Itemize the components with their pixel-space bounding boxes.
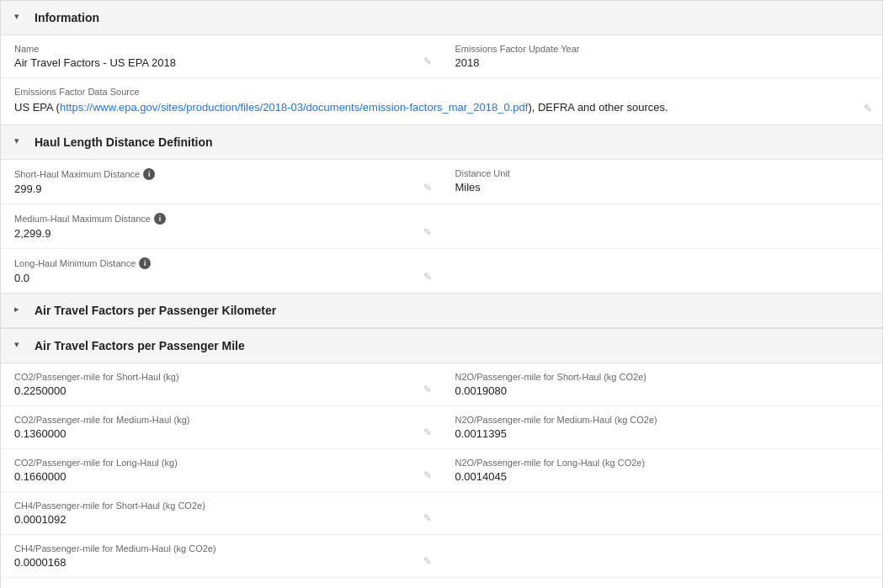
field-value: 0.0: [14, 272, 428, 284]
field-value: 0.2250000: [14, 384, 428, 397]
field-cell-left: NameAir Travel Factors - US EPA 2018✎: [1, 35, 442, 77]
field-value: 2,299.9: [14, 227, 428, 240]
field-label: Short-Haul Maximum Distancei: [14, 168, 428, 180]
field-cell-left: CO2/Passenger-mile for Medium-Haul (kg)0…: [1, 406, 442, 448]
edit-icon[interactable]: ✎: [864, 103, 872, 114]
field-cell-left: CO2/Passenger-mile for Long-Haul (kg)0.1…: [1, 449, 442, 491]
field-cell-left: CH4/Passenger-mile for Short-Haul (kg CO…: [1, 492, 442, 534]
edit-icon[interactable]: ✎: [423, 182, 432, 193]
emissions-source-value: US EPA (https://www.epa.gov/sites/produc…: [14, 99, 869, 116]
field-value: 299.9: [14, 183, 428, 195]
field-value: 0.0014045: [455, 470, 870, 483]
section-title-haul-length: Haul Length Distance Definition: [35, 135, 213, 149]
section-header-haul-length[interactable]: ▾Haul Length Distance Definition: [1, 125, 882, 160]
field-value: Air Travel Factors - US EPA 2018: [14, 56, 428, 69]
field-cell-right: Distance UnitMiles: [442, 160, 883, 204]
field-row: CO2/Passenger-mile for Medium-Haul (kg)0…: [1, 406, 882, 449]
field-label: N2O/Passenger-mile for Medium-Haul (kg C…: [455, 415, 870, 425]
section-content-haul-length: Short-Haul Maximum Distancei299.9✎Distan…: [1, 160, 882, 293]
field-label: Medium-Haul Maximum Distancei: [14, 213, 428, 225]
field-cell-full: Emissions Factor Data SourceUS EPA (http…: [1, 78, 882, 124]
field-row: CO2/Passenger-mile for Short-Haul (kg)0.…: [1, 363, 882, 406]
info-icon[interactable]: i: [154, 213, 166, 225]
edit-icon[interactable]: ✎: [423, 555, 432, 567]
field-value: 2018: [455, 56, 870, 69]
section-content-information: NameAir Travel Factors - US EPA 2018✎Emi…: [1, 35, 882, 124]
field-label: Name: [14, 44, 428, 54]
edit-icon[interactable]: ✎: [423, 426, 432, 438]
field-value: 0.0001092: [14, 513, 428, 526]
field-value: 0.1360000: [14, 427, 428, 440]
field-cell-right: N2O/Passenger-mile for Long-Haul (kg CO2…: [442, 449, 883, 491]
edit-icon[interactable]: ✎: [423, 226, 432, 238]
field-value: 0.1660000: [14, 470, 428, 483]
section-content-air-travel-per-mile: CO2/Passenger-mile for Short-Haul (kg)0.…: [1, 363, 882, 589]
edit-icon[interactable]: ✎: [423, 271, 432, 283]
section-haul-length: ▾Haul Length Distance DefinitionShort-Ha…: [1, 125, 882, 294]
section-air-travel-per-mile: ▾Air Travel Factors per Passenger MileCO…: [1, 329, 882, 589]
chevron-icon-information: ▾: [14, 11, 28, 24]
field-row: Short-Haul Maximum Distancei299.9✎Distan…: [1, 160, 882, 204]
field-label: CO2/Passenger-mile for Short-Haul (kg): [14, 372, 428, 382]
field-value: 0.0011395: [455, 427, 870, 440]
epa-link[interactable]: https://www.epa.gov/sites/production/fil…: [60, 101, 528, 114]
field-label: Emissions Factor Data Source: [14, 87, 869, 97]
section-title-information: Information: [35, 11, 99, 24]
field-label: Long-Haul Minimum Distancei: [14, 257, 428, 269]
section-title-air-travel-per-km: Air Travel Factors per Passenger Kilomet…: [35, 304, 276, 317]
field-row: Long-Haul Minimum Distancei0.0✎: [1, 249, 882, 293]
field-label: CO2/Passenger-mile for Medium-Haul (kg): [14, 415, 428, 425]
info-icon[interactable]: i: [139, 257, 151, 269]
chevron-icon-haul-length: ▾: [14, 135, 28, 149]
edit-icon[interactable]: ✎: [423, 512, 432, 524]
section-header-air-travel-per-km[interactable]: ▸Air Travel Factors per Passenger Kilome…: [1, 294, 882, 328]
field-cell-right: N2O/Passenger-mile for Short-Haul (kg CO…: [442, 363, 883, 405]
field-cell-right: N2O/Passenger-mile for Medium-Haul (kg C…: [442, 406, 883, 448]
field-cell-right: [442, 492, 883, 534]
field-label: CH4/Passenger-mile for Short-Haul (kg CO…: [14, 501, 428, 511]
field-cell-right: [442, 249, 883, 293]
field-row: CO2/Passenger-mile for Long-Haul (kg)0.1…: [1, 449, 882, 492]
field-row: Medium-Haul Maximum Distancei2,299.9✎: [1, 204, 882, 249]
field-cell-left: Long-Haul Minimum Distancei0.0✎: [1, 249, 442, 293]
sections-container: ▾InformationNameAir Travel Factors - US …: [1, 1, 882, 588]
field-cell-left: CH4/Passenger-mile for Long-Haul (kg CO2…: [1, 578, 442, 589]
edit-icon[interactable]: ✎: [423, 469, 432, 481]
page-wrapper: ▾InformationNameAir Travel Factors - US …: [0, 0, 883, 588]
field-label: CO2/Passenger-mile for Long-Haul (kg): [14, 458, 428, 468]
field-row: CH4/Passenger-mile for Long-Haul (kg CO2…: [1, 578, 882, 589]
section-header-air-travel-per-mile[interactable]: ▾Air Travel Factors per Passenger Mile: [1, 329, 882, 363]
edit-icon[interactable]: ✎: [423, 384, 432, 395]
field-value: 0.0019080: [455, 384, 870, 397]
field-cell-right: [442, 578, 883, 589]
field-cell-left: CH4/Passenger-mile for Medium-Haul (kg C…: [1, 535, 442, 577]
field-label: Emissions Factor Update Year: [455, 44, 870, 54]
chevron-icon-air-travel-per-mile: ▾: [14, 339, 28, 352]
field-cell-left: CO2/Passenger-mile for Short-Haul (kg)0.…: [1, 363, 442, 405]
field-cell-right: [442, 204, 883, 248]
section-title-air-travel-per-mile: Air Travel Factors per Passenger Mile: [35, 339, 245, 352]
section-air-travel-per-km: ▸Air Travel Factors per Passenger Kilome…: [1, 294, 882, 329]
field-row: CH4/Passenger-mile for Short-Haul (kg CO…: [1, 492, 882, 535]
field-cell-right: Emissions Factor Update Year2018: [442, 35, 883, 77]
field-row: Emissions Factor Data SourceUS EPA (http…: [1, 78, 882, 124]
field-cell-right: [442, 535, 883, 577]
field-label: CH4/Passenger-mile for Medium-Haul (kg C…: [14, 543, 428, 554]
field-row: NameAir Travel Factors - US EPA 2018✎Emi…: [1, 35, 882, 78]
field-cell-left: Short-Haul Maximum Distancei299.9✎: [1, 160, 442, 204]
section-header-information[interactable]: ▾Information: [1, 1, 882, 35]
field-label: Distance Unit: [455, 168, 870, 178]
field-value: Miles: [455, 181, 870, 193]
section-information: ▾InformationNameAir Travel Factors - US …: [1, 1, 882, 125]
info-icon[interactable]: i: [143, 168, 155, 180]
edit-icon[interactable]: ✎: [423, 56, 432, 67]
field-row: CH4/Passenger-mile for Medium-Haul (kg C…: [1, 535, 882, 578]
field-label: N2O/Passenger-mile for Short-Haul (kg CO…: [455, 372, 870, 382]
field-label: N2O/Passenger-mile for Long-Haul (kg CO2…: [455, 458, 870, 468]
chevron-icon-air-travel-per-km: ▸: [14, 304, 28, 317]
field-cell-left: Medium-Haul Maximum Distancei2,299.9✎: [1, 204, 442, 248]
field-value: 0.0000168: [14, 556, 428, 569]
